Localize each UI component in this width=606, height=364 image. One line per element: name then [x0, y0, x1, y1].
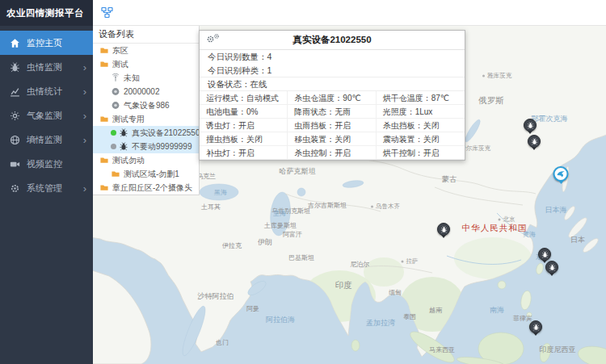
sidebar-item-icon-wrap [10, 183, 20, 194]
app-title: 农业四情测报平台 [0, 0, 93, 26]
settings-gears-icon[interactable] [206, 35, 220, 44]
sidebar-item[interactable]: 墒情监测 › [0, 128, 93, 152]
main-area: 俄罗斯哈萨克斯坦蒙古乌克兰土耳其乌兹别克斯坦吉尔吉斯斯坦土库曼斯坦伊朗阿富汗伊拉… [93, 0, 606, 364]
sidebar-item[interactable]: 监控主页 [0, 31, 93, 55]
marker-tail [558, 181, 563, 184]
tree-item[interactable]: 20000002 [93, 85, 199, 98]
chevron-right-icon: › [83, 111, 86, 121]
device-list-title: 设备列表 [93, 26, 199, 44]
bird-marker-icon [557, 169, 566, 178]
sidebar-item-icon-wrap [10, 135, 20, 145]
map-marker[interactable] [524, 119, 537, 134]
device-info-popup: 真实设备21022550 今日识别数量：4 今日识别种类：1 设备状态：在线 运… [199, 30, 465, 161]
bug-marker-icon [531, 138, 538, 145]
device-param: 虫雨挡板：开启 [288, 119, 376, 132]
tree-item-icon-wrap [111, 73, 120, 82]
app-window: 农业四情测报平台 监控主页 [0, 0, 606, 364]
device-param: 杀虫挡板：关闭 [377, 119, 465, 132]
marker-tail [549, 273, 554, 276]
tree-item[interactable]: 气象设备986 [93, 98, 199, 112]
sidebar-item[interactable]: 虫情监测 › [0, 55, 93, 79]
marker-tail [528, 131, 532, 134]
map-marker[interactable] [553, 166, 569, 184]
device-param: 降雨状态：无雨 [288, 105, 376, 119]
marker-pin [437, 223, 450, 236]
tree-item-icon-wrap [119, 142, 128, 151]
map-marker[interactable] [528, 135, 541, 150]
device-list-panel: 设备列表 东区 [93, 26, 200, 195]
tree-item-icon-wrap [119, 128, 128, 137]
signal-icon [111, 73, 120, 82]
tree-item-icon-wrap [111, 101, 120, 110]
tree-item[interactable]: 东区 [93, 44, 199, 57]
map-content: 俄罗斯哈萨克斯坦蒙古乌克兰土耳其乌兹别克斯坦吉尔吉斯斯坦土库曼斯坦伊朗阿富汗伊拉… [93, 26, 606, 364]
map-marker[interactable] [545, 261, 558, 276]
device-param: 诱虫灯：开启 [200, 119, 288, 132]
tree-item-label: 不要动99999999 [132, 141, 192, 153]
marker-tail [441, 235, 446, 238]
tree-item-icon-wrap [99, 183, 109, 192]
bug-icon [119, 128, 128, 137]
sidebar-item-icon-wrap [10, 62, 20, 73]
org-tree-icon[interactable] [101, 6, 113, 19]
tree-item[interactable]: 不要动99999999 [93, 140, 199, 153]
bug-marker-icon [532, 324, 540, 331]
tree-item[interactable]: 章丘阳丘区-2个摄像头 [93, 181, 199, 195]
marker-tail [532, 147, 537, 150]
home-icon [10, 38, 20, 48]
bug-marker-icon [549, 264, 556, 271]
chevron-right-icon: › [83, 183, 86, 194]
bug-marker-icon [440, 226, 448, 233]
marker-pin [528, 135, 541, 148]
device-param: 撞虫挡板：关闭 [200, 132, 288, 146]
recognition-species-value: 1 [267, 65, 272, 75]
tree-item-label: 未知 [124, 73, 140, 84]
device-param: 杀虫仓温度：90℃ [288, 91, 376, 105]
recognition-count-line: 今日识别数量：4 [200, 50, 465, 64]
device-param: 光照度：1Lux [377, 105, 465, 119]
tree-item-label: 气象设备986 [124, 100, 170, 111]
map-marker[interactable] [437, 223, 450, 238]
sidebar-item-icon-wrap [10, 86, 20, 97]
tree-item[interactable]: 真实设备21022550 [93, 126, 199, 140]
chevron-right-icon: › [83, 86, 86, 97]
device-param: 运行模式：自动模式 [200, 91, 288, 105]
chevron-right-icon: › [83, 62, 86, 73]
device-params-grid: 运行模式：自动模式杀虫仓温度：90℃烘干仓温度：87℃电池电量：0%降雨状态：无… [200, 91, 465, 160]
marker-pin [553, 166, 569, 182]
tree-item[interactable]: 测试 [93, 57, 199, 71]
tree-item[interactable]: 测试勿动 [93, 153, 199, 167]
device-param: 震动装置：关闭 [377, 132, 465, 146]
topbar [93, 0, 606, 26]
tree-item-icon-wrap [111, 169, 120, 178]
map-marker[interactable] [529, 320, 542, 336]
marker-pin [545, 261, 558, 274]
tree-item-label: 测试勿动 [112, 155, 145, 166]
video-camera-icon [10, 159, 20, 169]
tree-item[interactable]: 测试区域-勿删1 [93, 167, 199, 181]
sidebar-item-label: 监控主页 [27, 37, 86, 49]
folder-icon [111, 169, 120, 178]
marker-tail [533, 333, 538, 336]
tree-item[interactable]: 测试专用 [93, 112, 199, 126]
folder-icon [99, 183, 109, 192]
sidebar-item[interactable]: 气象监测 › [0, 103, 93, 128]
tree-item-icon-wrap [99, 115, 109, 123]
bug-icon [10, 62, 20, 73]
device-status-value: 在线 [250, 79, 267, 89]
marker-pin [538, 248, 551, 261]
sidebar-item-label: 虫情统计 [27, 86, 83, 98]
sidebar-item[interactable]: 虫情统计 › [0, 79, 93, 103]
status-dot [111, 130, 116, 136]
sidebar-item-icon-wrap [10, 38, 20, 48]
tree-item[interactable]: 未知 [93, 71, 199, 85]
device-param: 烘干控制：开启 [377, 146, 465, 160]
sidebar-item[interactable]: 视频监控 [0, 152, 93, 176]
recognition-species-line: 今日识别种类：1 [200, 64, 465, 77]
sidebar-item-label: 视频监控 [27, 158, 86, 170]
tree-item-label: 东区 [112, 45, 128, 56]
tree-item-icon-wrap [111, 87, 120, 96]
gear-icon [10, 183, 20, 194]
globe-icon [10, 135, 20, 145]
sidebar-item[interactable]: 系统管理 › [0, 176, 93, 200]
